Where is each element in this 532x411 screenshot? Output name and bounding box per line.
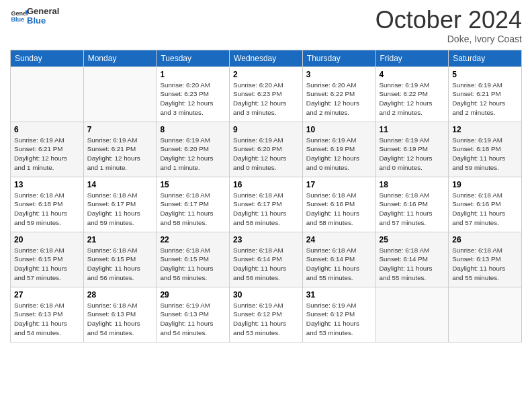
day-number: 6 — [14, 125, 80, 134]
calendar-cell: 20Sunrise: 6:18 AM Sunset: 6:15 PM Dayli… — [11, 232, 84, 287]
day-number: 8 — [160, 125, 226, 134]
day-info: Sunrise: 6:19 AM Sunset: 6:20 PM Dayligh… — [160, 136, 226, 173]
calendar-cell: 7Sunrise: 6:19 AM Sunset: 6:21 PM Daylig… — [83, 122, 157, 177]
day-number: 23 — [233, 235, 299, 244]
calendar-cell — [11, 66, 84, 122]
day-info: Sunrise: 6:20 AM Sunset: 6:23 PM Dayligh… — [233, 81, 299, 118]
day-number: 11 — [380, 125, 445, 134]
day-info: Sunrise: 6:18 AM Sunset: 6:16 PM Dayligh… — [306, 191, 372, 228]
calendar-cell: 10Sunrise: 6:19 AM Sunset: 6:19 PM Dayli… — [302, 122, 375, 177]
logo-general: General — [27, 7, 59, 16]
day-info: Sunrise: 6:18 AM Sunset: 6:13 PM Dayligh… — [14, 301, 80, 338]
weekday-header-row: SundayMondayTuesdayWednesdayThursdayFrid… — [11, 50, 522, 66]
day-info: Sunrise: 6:20 AM Sunset: 6:23 PM Dayligh… — [160, 81, 226, 118]
day-number: 22 — [160, 235, 226, 244]
day-number: 4 — [380, 70, 445, 79]
day-number: 19 — [452, 180, 518, 189]
day-number: 15 — [160, 180, 226, 189]
day-number: 31 — [306, 290, 372, 300]
calendar-week-4: 20Sunrise: 6:18 AM Sunset: 6:15 PM Dayli… — [11, 232, 522, 287]
day-number: 7 — [87, 125, 153, 134]
calendar-cell: 26Sunrise: 6:18 AM Sunset: 6:13 PM Dayli… — [449, 232, 522, 287]
day-info: Sunrise: 6:18 AM Sunset: 6:14 PM Dayligh… — [380, 246, 445, 283]
logo: General Blue General Blue — [10, 7, 59, 26]
logo-blue: Blue — [27, 16, 59, 26]
calendar-cell: 30Sunrise: 6:19 AM Sunset: 6:12 PM Dayli… — [230, 287, 303, 342]
day-info: Sunrise: 6:19 AM Sunset: 6:22 PM Dayligh… — [380, 81, 445, 118]
day-number: 17 — [306, 180, 372, 189]
day-number: 1 — [160, 70, 226, 79]
calendar-week-1: 1Sunrise: 6:20 AM Sunset: 6:23 PM Daylig… — [11, 66, 522, 122]
calendar-cell: 27Sunrise: 6:18 AM Sunset: 6:13 PM Dayli… — [11, 287, 84, 342]
weekday-header-monday: Monday — [83, 50, 157, 66]
header: General Blue General Blue October 2024 D… — [10, 7, 522, 44]
day-info: Sunrise: 6:18 AM Sunset: 6:13 PM Dayligh… — [452, 246, 518, 283]
day-number: 30 — [233, 290, 299, 300]
calendar-week-3: 13Sunrise: 6:18 AM Sunset: 6:18 PM Dayli… — [11, 177, 522, 232]
day-info: Sunrise: 6:19 AM Sunset: 6:18 PM Dayligh… — [452, 136, 518, 173]
calendar-cell: 2Sunrise: 6:20 AM Sunset: 6:23 PM Daylig… — [230, 66, 303, 122]
day-number: 16 — [233, 180, 299, 189]
calendar-cell: 23Sunrise: 6:18 AM Sunset: 6:14 PM Dayli… — [230, 232, 303, 287]
day-number: 10 — [306, 125, 372, 134]
month-title: October 2024 — [375, 7, 522, 34]
weekday-header-thursday: Thursday — [302, 50, 375, 66]
weekday-header-sunday: Sunday — [11, 50, 84, 66]
day-number: 3 — [306, 70, 372, 79]
calendar-table: SundayMondayTuesdayWednesdayThursdayFrid… — [10, 50, 522, 342]
calendar-cell: 17Sunrise: 6:18 AM Sunset: 6:16 PM Dayli… — [302, 177, 375, 232]
day-info: Sunrise: 6:18 AM Sunset: 6:17 PM Dayligh… — [160, 191, 226, 228]
calendar-cell — [449, 287, 522, 342]
day-info: Sunrise: 6:18 AM Sunset: 6:17 PM Dayligh… — [87, 191, 153, 228]
calendar-cell: 4Sunrise: 6:19 AM Sunset: 6:22 PM Daylig… — [375, 66, 449, 122]
weekday-header-wednesday: Wednesday — [230, 50, 303, 66]
calendar-cell: 25Sunrise: 6:18 AM Sunset: 6:14 PM Dayli… — [375, 232, 449, 287]
calendar-cell: 12Sunrise: 6:19 AM Sunset: 6:18 PM Dayli… — [449, 122, 522, 177]
day-info: Sunrise: 6:19 AM Sunset: 6:12 PM Dayligh… — [306, 301, 372, 338]
weekday-header-friday: Friday — [375, 50, 449, 66]
day-number: 9 — [233, 125, 299, 134]
calendar-cell: 13Sunrise: 6:18 AM Sunset: 6:18 PM Dayli… — [11, 177, 84, 232]
day-number: 14 — [87, 180, 153, 189]
title-block: October 2024 Doke, Ivory Coast — [375, 7, 522, 44]
day-number: 26 — [452, 235, 518, 244]
calendar-cell: 1Sunrise: 6:20 AM Sunset: 6:23 PM Daylig… — [157, 66, 230, 122]
day-number: 13 — [14, 180, 80, 189]
day-info: Sunrise: 6:18 AM Sunset: 6:14 PM Dayligh… — [306, 246, 372, 283]
calendar-cell: 6Sunrise: 6:19 AM Sunset: 6:21 PM Daylig… — [11, 122, 84, 177]
day-info: Sunrise: 6:20 AM Sunset: 6:22 PM Dayligh… — [306, 81, 372, 118]
day-info: Sunrise: 6:19 AM Sunset: 6:19 PM Dayligh… — [380, 136, 445, 173]
day-number: 29 — [160, 290, 226, 300]
calendar-cell: 8Sunrise: 6:19 AM Sunset: 6:20 PM Daylig… — [157, 122, 230, 177]
day-number: 28 — [87, 290, 153, 300]
day-info: Sunrise: 6:18 AM Sunset: 6:15 PM Dayligh… — [87, 246, 153, 283]
day-number: 20 — [14, 235, 80, 244]
day-number: 12 — [452, 125, 518, 134]
day-info: Sunrise: 6:18 AM Sunset: 6:15 PM Dayligh… — [160, 246, 226, 283]
day-number: 24 — [306, 235, 372, 244]
day-number: 27 — [14, 290, 80, 300]
day-info: Sunrise: 6:19 AM Sunset: 6:12 PM Dayligh… — [233, 301, 299, 338]
svg-text:Blue: Blue — [11, 17, 24, 24]
day-info: Sunrise: 6:18 AM Sunset: 6:16 PM Dayligh… — [452, 191, 518, 228]
day-info: Sunrise: 6:18 AM Sunset: 6:16 PM Dayligh… — [380, 191, 445, 228]
day-info: Sunrise: 6:18 AM Sunset: 6:15 PM Dayligh… — [14, 246, 80, 283]
calendar-cell — [375, 287, 449, 342]
day-info: Sunrise: 6:18 AM Sunset: 6:14 PM Dayligh… — [233, 246, 299, 283]
weekday-header-tuesday: Tuesday — [157, 50, 230, 66]
calendar-cell: 11Sunrise: 6:19 AM Sunset: 6:19 PM Dayli… — [375, 122, 449, 177]
day-info: Sunrise: 6:18 AM Sunset: 6:17 PM Dayligh… — [233, 191, 299, 228]
calendar-week-5: 27Sunrise: 6:18 AM Sunset: 6:13 PM Dayli… — [11, 287, 522, 342]
calendar-cell: 9Sunrise: 6:19 AM Sunset: 6:20 PM Daylig… — [230, 122, 303, 177]
calendar-cell: 24Sunrise: 6:18 AM Sunset: 6:14 PM Dayli… — [302, 232, 375, 287]
day-number: 21 — [87, 235, 153, 244]
calendar-week-2: 6Sunrise: 6:19 AM Sunset: 6:21 PM Daylig… — [11, 122, 522, 177]
calendar-cell: 29Sunrise: 6:19 AM Sunset: 6:13 PM Dayli… — [157, 287, 230, 342]
logo-icon: General Blue — [10, 7, 29, 26]
weekday-header-saturday: Saturday — [449, 50, 522, 66]
day-number: 2 — [233, 70, 299, 79]
page: General Blue General Blue October 2024 D… — [0, 0, 532, 411]
day-number: 25 — [380, 235, 445, 244]
calendar-cell — [83, 66, 157, 122]
calendar-cell: 21Sunrise: 6:18 AM Sunset: 6:15 PM Dayli… — [83, 232, 157, 287]
